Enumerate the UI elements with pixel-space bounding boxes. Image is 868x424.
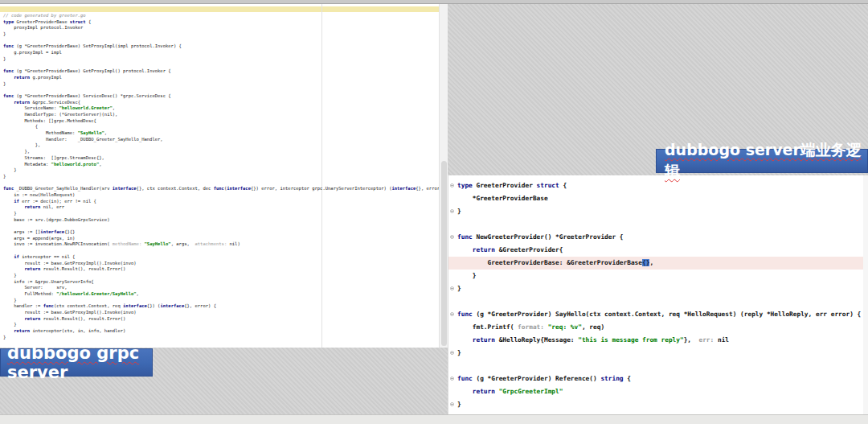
code-line: FullMethod: "/helloworld.Greeter/SayHell… [0,291,439,298]
code-line [0,223,439,229]
code-line [0,87,439,93]
provider-code-text: type GreeterProvider struct { *GreeterPr… [448,179,868,411]
code-line: func (g *GreeterProviderBase) GetProxyIm… [0,68,439,75]
code-line: return &GreeterProvider{ [448,244,868,257]
caption-dubbogo-grpc-server: dubbogo grpc server [0,348,153,377]
code-line [448,218,868,231]
code-line: ServiceName: "helloworld.Greeter", [0,105,439,112]
code-line: result := base.GetProxyImpl().Invoke(inv… [0,261,439,267]
code-line: } [448,398,868,411]
code-line: args = append(args, in) [0,236,439,242]
code-line: } [0,31,439,38]
code-line: func (g *GreeterProvider) SayHello(ctx c… [448,308,868,321]
window-top-edge [0,0,868,4]
code-line: type GreeterProviderBase struct { [0,19,439,26]
code-line: info := &grpc.UnaryServerInfo{ [0,279,439,286]
fold-marker-icon[interactable] [450,286,454,290]
code-line: } [0,167,439,174]
generated-code-text: // code generated by greeter.gotype Gree… [0,13,439,340]
code-line: func (g *GreeterProvider) Reference() st… [448,373,868,385]
code-line: { [0,124,439,130]
code-line [0,248,439,254]
fold-marker-icon[interactable] [450,183,454,187]
code-line: } [0,298,439,304]
code-line: return &grpc.ServiceDesc{ [0,100,439,106]
code-line [448,360,868,373]
right-code-editor[interactable]: type GreeterProvider struct { *GreeterPr… [448,175,868,414]
code-line: Streams: []grpc.StreamDesc{}, [0,155,439,162]
highlighted-code-line: GreeterProviderBase: &GreeterProviderBas… [448,257,868,270]
code-line: } [0,273,439,279]
code-line: return result.Result(), result.Error() [0,316,439,323]
code-line [0,63,439,69]
code-line: proxyImpl protocol.Invoker [0,25,439,31]
presentation-slide: { "colors": { "bg_gray": "#d3d3d3", "acc… [0,0,868,424]
code-line: in := new(HelloRequest) [0,192,439,199]
window-bottom-edge [0,414,868,424]
code-line: invo := invocation.NewRPCInvocation( met… [0,241,439,248]
code-line [448,295,868,308]
code-line [0,180,439,187]
code-line: } [448,205,868,218]
code-line: return result.Result(), result.Error() [0,266,439,273]
code-line: return "GrpcGreeterImpl" [448,385,868,398]
caption-text: server [7,363,68,382]
code-line: fmt.Printf( format: "req: %v", req) [448,321,868,334]
left-code-editor[interactable]: // code generated by greeter.gotype Gree… [0,4,448,348]
fold-marker-icon[interactable] [450,351,454,355]
code-line: return nil, err [0,204,439,211]
caption-text-misspelled: dubbogo grpc [7,344,139,363]
caption-dubbogo-server-logic: dubbogo server端业务逻辑 [656,149,868,173]
code-line: args := []interface{}{} [0,229,439,236]
fold-marker-icon[interactable] [450,377,454,381]
code-line: return g.proxyImpl [0,75,439,81]
code-line: } [448,347,868,360]
code-line: return &HelloReply{Message: "this is mes… [448,334,868,347]
code-line: } [0,174,439,180]
code-line: base := srv.(dgrpc.DubboGrpcService) [0,217,439,224]
code-line: handler := func(ctx context.Context, req… [0,303,439,310]
fold-marker-icon[interactable] [450,402,454,406]
code-line: HandlerType: (*GreeterServer)(nil), [0,112,439,118]
code-line: } [0,211,439,217]
code-line: g.proxyImpl = impl [0,50,439,56]
code-line: result := base.GetProxyImpl().Invoke(inv… [0,310,439,316]
code-line: func (g *GreeterProviderBase) SetProxyIm… [0,43,439,50]
modified-line-highlight-bar [0,6,439,12]
code-line: *GreeterProviderBase [448,192,868,205]
fold-marker-icon[interactable] [450,209,454,213]
left-editor-scrollbar[interactable] [439,4,448,348]
code-line: if interceptor == nil { [0,254,439,261]
code-line: // code generated by greeter.go [0,13,439,19]
code-line: } [448,282,868,295]
code-line: } [0,56,439,63]
code-line: }, [0,142,439,149]
caption-text-misspelled: dubbogo server端业务逻辑 [665,141,862,179]
code-line: } [0,81,439,88]
code-line: }, [0,149,439,155]
code-line: Metadata: "helloworld.proto", [0,162,439,168]
code-line: return interceptor(ctx, in, info, handle… [0,328,439,335]
code-line [0,38,439,44]
code-line: Handler: _DUBBO_Greeter_SayHello_Handler… [0,137,439,143]
fold-marker-icon[interactable] [450,312,454,316]
code-line: } [0,335,439,341]
fold-marker-icon[interactable] [450,235,454,239]
right-editor-scrollbar[interactable] [863,175,868,414]
code-line: func _DUBBO_Greeter_SayHello_Handler(srv… [0,186,439,192]
code-line: func (g *GreeterProviderBase) ServiceDes… [0,93,439,100]
code-line: Methods: []grpc.MethodDesc{ [0,118,439,125]
code-line: func NewGreeterProvider() *GreeterProvid… [448,231,868,244]
scrollbar-thumb[interactable] [441,161,447,346]
code-line: MethodName: "SayHello", [0,130,439,137]
code-line: } [0,322,439,328]
code-line: } [448,270,868,282]
code-line: Server: srv, [0,285,439,291]
code-line: if err := dec(in); err != nil { [0,199,439,205]
